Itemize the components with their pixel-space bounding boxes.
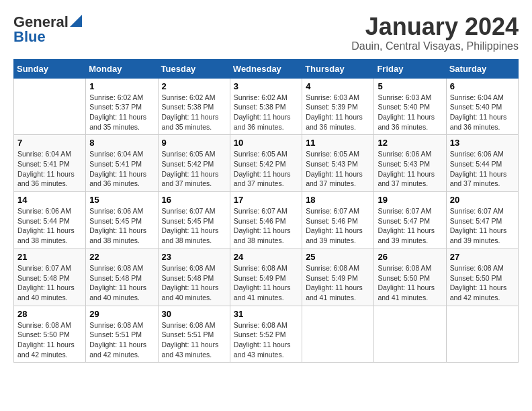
day-info: Sunrise: 6:08 AMSunset: 5:48 PMDaylight:… [89,263,154,303]
page-header: General Blue January 2024 Dauin, Central… [13,13,519,52]
day-number: 17 [234,195,298,205]
day-number: 5 [378,81,442,91]
day-info: Sunrise: 6:04 AMSunset: 5:40 PMDaylight:… [450,93,515,132]
day-info: Sunrise: 6:07 AMSunset: 5:48 PMDaylight:… [17,263,82,303]
day-cell: 20Sunrise: 6:07 AMSunset: 5:47 PMDayligh… [446,192,518,249]
day-info: Sunrise: 6:02 AMSunset: 5:38 PMDaylight:… [162,93,226,132]
day-number: 22 [89,252,154,262]
day-number: 8 [89,138,154,148]
day-info: Sunrise: 6:04 AMSunset: 5:41 PMDaylight:… [89,149,154,189]
logo: General Blue [13,13,82,46]
day-info: Sunrise: 6:08 AMSunset: 5:48 PMDaylight:… [162,263,226,303]
day-cell: 29Sunrise: 6:08 AMSunset: 5:51 PMDayligh… [86,306,158,363]
day-number: 24 [234,252,298,262]
day-info: Sunrise: 6:03 AMSunset: 5:40 PMDaylight:… [378,93,442,132]
logo-text-blue: Blue [13,28,46,46]
week-row-5: 28Sunrise: 6:08 AMSunset: 5:50 PMDayligh… [14,306,519,363]
day-number: 7 [17,138,82,148]
header-cell-friday: Friday [374,59,446,78]
day-number: 21 [17,252,82,262]
day-info: Sunrise: 6:04 AMSunset: 5:41 PMDaylight:… [17,149,82,189]
day-cell: 12Sunrise: 6:06 AMSunset: 5:43 PMDayligh… [374,135,446,192]
svg-marker-0 [70,15,82,27]
day-number: 1 [89,81,154,91]
day-cell: 7Sunrise: 6:04 AMSunset: 5:41 PMDaylight… [14,135,86,192]
day-number: 26 [378,252,442,262]
header-cell-sunday: Sunday [14,59,86,78]
day-cell: 18Sunrise: 6:07 AMSunset: 5:46 PMDayligh… [302,192,374,249]
week-row-2: 7Sunrise: 6:04 AMSunset: 5:41 PMDaylight… [14,135,519,192]
day-number: 30 [162,309,226,319]
day-info: Sunrise: 6:07 AMSunset: 5:47 PMDaylight:… [378,206,442,246]
day-number: 3 [234,81,298,91]
day-cell: 11Sunrise: 6:05 AMSunset: 5:43 PMDayligh… [302,135,374,192]
day-info: Sunrise: 6:06 AMSunset: 5:44 PMDaylight:… [17,206,82,246]
header-cell-thursday: Thursday [302,59,374,78]
day-info: Sunrise: 6:02 AMSunset: 5:38 PMDaylight:… [234,93,298,132]
day-cell: 31Sunrise: 6:08 AMSunset: 5:52 PMDayligh… [230,306,302,363]
day-number: 12 [378,138,442,148]
day-cell [302,306,374,363]
day-number: 6 [450,81,515,91]
day-info: Sunrise: 6:08 AMSunset: 5:52 PMDaylight:… [234,320,298,360]
day-number: 18 [306,195,370,205]
day-cell: 21Sunrise: 6:07 AMSunset: 5:48 PMDayligh… [14,248,86,306]
day-number: 11 [306,138,370,148]
day-info: Sunrise: 6:08 AMSunset: 5:51 PMDaylight:… [89,320,154,360]
day-info: Sunrise: 6:03 AMSunset: 5:39 PMDaylight:… [306,93,370,132]
day-number: 2 [162,81,226,91]
day-info: Sunrise: 6:08 AMSunset: 5:50 PMDaylight:… [378,263,442,303]
header-cell-wednesday: Wednesday [230,59,302,78]
logo-icon [70,15,82,27]
day-number: 20 [450,195,515,205]
day-info: Sunrise: 6:06 AMSunset: 5:44 PMDaylight:… [450,149,515,189]
day-number: 16 [162,195,226,205]
day-cell: 15Sunrise: 6:06 AMSunset: 5:45 PMDayligh… [86,192,158,249]
day-number: 15 [89,195,154,205]
day-cell: 22Sunrise: 6:08 AMSunset: 5:48 PMDayligh… [86,248,158,306]
day-cell: 28Sunrise: 6:08 AMSunset: 5:50 PMDayligh… [14,306,86,363]
day-number: 9 [162,138,226,148]
page-title: January 2024 [351,13,519,40]
day-cell: 25Sunrise: 6:08 AMSunset: 5:49 PMDayligh… [302,248,374,306]
day-number: 29 [89,309,154,319]
day-number: 23 [162,252,226,262]
day-cell: 2Sunrise: 6:02 AMSunset: 5:38 PMDaylight… [158,78,230,135]
day-cell: 10Sunrise: 6:05 AMSunset: 5:42 PMDayligh… [230,135,302,192]
day-number: 4 [306,81,370,91]
week-row-1: 1Sunrise: 6:02 AMSunset: 5:37 PMDaylight… [14,78,519,135]
day-number: 14 [17,195,82,205]
header-cell-tuesday: Tuesday [158,59,230,78]
day-cell: 6Sunrise: 6:04 AMSunset: 5:40 PMDaylight… [446,78,518,135]
day-info: Sunrise: 6:07 AMSunset: 5:47 PMDaylight:… [450,206,515,246]
week-row-3: 14Sunrise: 6:06 AMSunset: 5:44 PMDayligh… [14,192,519,249]
day-cell: 8Sunrise: 6:04 AMSunset: 5:41 PMDaylight… [86,135,158,192]
day-cell: 14Sunrise: 6:06 AMSunset: 5:44 PMDayligh… [14,192,86,249]
day-number: 13 [450,138,515,148]
day-info: Sunrise: 6:07 AMSunset: 5:46 PMDaylight:… [306,206,370,246]
day-info: Sunrise: 6:05 AMSunset: 5:43 PMDaylight:… [306,149,370,189]
day-cell: 24Sunrise: 6:08 AMSunset: 5:49 PMDayligh… [230,248,302,306]
day-cell: 26Sunrise: 6:08 AMSunset: 5:50 PMDayligh… [374,248,446,306]
day-info: Sunrise: 6:08 AMSunset: 5:49 PMDaylight:… [234,263,298,303]
day-number: 31 [234,309,298,319]
day-cell: 30Sunrise: 6:08 AMSunset: 5:51 PMDayligh… [158,306,230,363]
page-subtitle: Dauin, Central Visayas, Philippines [351,40,519,52]
day-cell: 3Sunrise: 6:02 AMSunset: 5:38 PMDaylight… [230,78,302,135]
day-info: Sunrise: 6:05 AMSunset: 5:42 PMDaylight:… [162,149,226,189]
header-cell-saturday: Saturday [446,59,518,78]
header-cell-monday: Monday [86,59,158,78]
day-cell: 27Sunrise: 6:08 AMSunset: 5:50 PMDayligh… [446,248,518,306]
day-cell: 4Sunrise: 6:03 AMSunset: 5:39 PMDaylight… [302,78,374,135]
title-block: January 2024 Dauin, Central Visayas, Phi… [351,13,519,52]
day-cell [446,306,518,363]
day-number: 10 [234,138,298,148]
day-cell: 19Sunrise: 6:07 AMSunset: 5:47 PMDayligh… [374,192,446,249]
day-info: Sunrise: 6:06 AMSunset: 5:45 PMDaylight:… [89,206,154,246]
day-number: 19 [378,195,442,205]
day-cell [374,306,446,363]
day-number: 28 [17,309,82,319]
day-info: Sunrise: 6:08 AMSunset: 5:50 PMDaylight:… [450,263,515,303]
day-cell [14,78,86,135]
day-cell: 9Sunrise: 6:05 AMSunset: 5:42 PMDaylight… [158,135,230,192]
